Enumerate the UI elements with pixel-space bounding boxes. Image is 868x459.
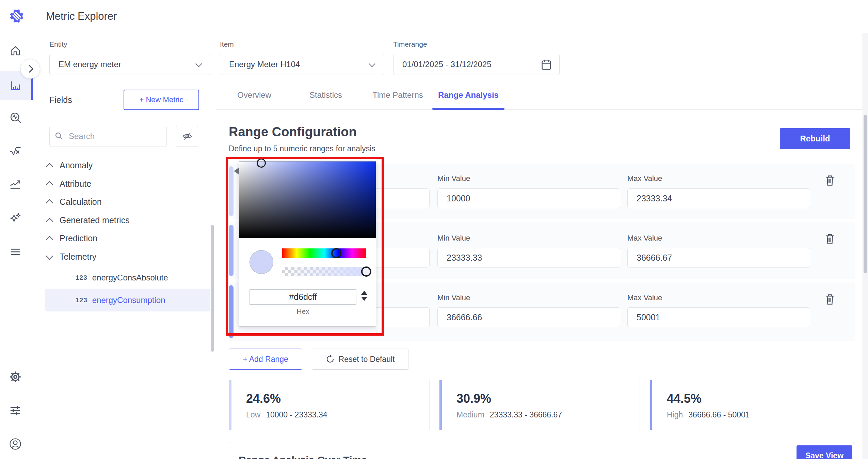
alpha-handle[interactable] <box>361 266 371 277</box>
sidebar-item-home[interactable] <box>9 44 21 57</box>
summary-card-high: 44.5% High 36666.66 - 50001 <box>649 380 850 430</box>
tree-group-attribute[interactable]: Attribute <box>41 175 211 193</box>
new-metric-button[interactable]: + New Metric <box>124 90 199 110</box>
tree-group-label: Calculation <box>60 197 102 207</box>
card-accent-bar <box>439 380 442 430</box>
metric-explorer-screen: Metric Explorer Entity EM energy meter I… <box>0 0 868 459</box>
item-select[interactable]: Energy Meter H104 <box>220 54 384 75</box>
tab-range-analysis[interactable]: Range Analysis <box>432 88 504 103</box>
chevron-right-icon <box>26 65 34 73</box>
app-logo[interactable] <box>8 7 25 25</box>
hue-handle[interactable] <box>331 248 341 258</box>
saturation-handle[interactable] <box>257 158 266 168</box>
step-down-icon <box>361 297 367 301</box>
header-divider <box>33 33 868 33</box>
range-bounds: 36666.66 - 50001 <box>688 410 750 419</box>
tree-group-label: Anomaly <box>60 160 93 170</box>
tab-overview[interactable]: Overview <box>229 88 280 103</box>
delete-range-button[interactable] <box>824 232 836 245</box>
chevron-down-icon <box>369 60 375 67</box>
chevron-up-icon <box>46 199 53 206</box>
tree-group-label: Prediction <box>60 233 97 243</box>
tree-group-label: Telemetry <box>60 252 96 262</box>
active-tab-underline <box>432 108 504 110</box>
max-value-input[interactable]: 36666.67 <box>627 248 810 267</box>
tree-group-telemetry[interactable]: Telemetry <box>41 248 211 265</box>
timerange-picker[interactable]: 01/01/2025 - 31/12/2025 <box>393 54 560 75</box>
color-picker-popup: #d6dcff Hex <box>239 161 376 326</box>
tabstrip-top-divider <box>216 83 868 83</box>
delete-range-button[interactable] <box>824 174 836 187</box>
reset-default-button[interactable]: Reset to Default <box>312 349 408 370</box>
sidebar-expand-button[interactable] <box>20 59 40 79</box>
gear-icon <box>9 371 21 383</box>
max-value-input[interactable]: 23333.34 <box>627 188 810 208</box>
step-up-icon <box>361 291 367 295</box>
tab-time-patterns[interactable]: Time Patterns <box>370 88 426 103</box>
formula-icon <box>9 145 21 157</box>
sliders-icon <box>9 404 21 417</box>
page-scrollbar-thumb[interactable] <box>864 115 867 273</box>
sidebar-item-settings[interactable] <box>9 370 21 383</box>
alpha-slider[interactable] <box>282 267 366 276</box>
card-accent-bar <box>650 380 652 430</box>
hue-slider[interactable] <box>282 248 366 258</box>
bar-chart-icon <box>9 79 21 92</box>
rebuild-button[interactable]: Rebuild <box>780 128 850 149</box>
hex-label: Hex <box>250 307 356 316</box>
tab-statistics[interactable]: Statistics <box>300 88 351 103</box>
max-value-label: Max Value <box>627 234 662 243</box>
list-icon <box>9 246 21 258</box>
trend-icon <box>9 178 21 190</box>
metric-item-energyConsumption[interactable]: 123 energyConsumption <box>45 289 210 311</box>
hide-fields-button[interactable] <box>176 126 198 147</box>
sidebar-item-formula[interactable] <box>9 144 21 157</box>
section-subtitle: Define up to 5 numeric ranges for analys… <box>229 144 375 153</box>
anomaly-search-icon <box>9 112 21 124</box>
section-title: Range Configuration <box>229 125 357 139</box>
panel-divider <box>216 33 216 459</box>
tree-group-prediction[interactable]: Prediction <box>41 229 211 247</box>
search-input[interactable] <box>68 131 162 141</box>
percent-value: 30.9% <box>456 392 491 406</box>
tree-group-label: Attribute <box>60 179 91 189</box>
add-range-button[interactable]: + Add Range <box>229 349 302 370</box>
range-over-time-card: Range Analysis Over Time Save View <box>229 442 855 459</box>
saturation-area[interactable] <box>239 162 376 238</box>
sidebar-item-anomaly-search[interactable] <box>9 111 21 124</box>
tree-group-generated-metrics[interactable]: Generated metrics <box>41 211 211 229</box>
summary-card-low: 24.6% Low 10000 - 23333.34 <box>229 380 430 430</box>
save-view-button[interactable]: Save View <box>797 445 852 459</box>
tree-group-label: Generated metrics <box>60 215 130 225</box>
range-color-strip[interactable] <box>229 225 234 276</box>
sidebar-item-trend[interactable] <box>9 178 21 190</box>
range-color-strip[interactable] <box>229 285 234 338</box>
min-value-label: Min Value <box>437 234 470 243</box>
sidebar-item-preferences[interactable] <box>9 404 21 417</box>
tree-group-calculation[interactable]: Calculation <box>41 193 211 211</box>
hex-input[interactable]: #d6dcff <box>250 289 356 305</box>
max-value-input[interactable]: 50001 <box>627 307 810 327</box>
delete-range-button[interactable] <box>824 293 836 306</box>
entity-select[interactable]: EM energy meter <box>49 54 211 75</box>
metric-item-energyConsAbsolute[interactable]: 123 energyConsAbsolute <box>45 266 210 289</box>
min-value-input[interactable]: 36666.66 <box>437 307 620 327</box>
summary-card-medium: 30.9% Medium 23333.33 - 36666.67 <box>439 380 640 430</box>
tree-group-anomaly[interactable]: Anomaly <box>41 156 211 174</box>
sidebar-item-profile[interactable] <box>9 438 21 450</box>
range-color-strip[interactable] <box>229 166 234 216</box>
hex-stepper[interactable] <box>361 291 367 301</box>
page-title: Metric Explorer <box>46 10 117 22</box>
range-name: Low <box>246 410 260 419</box>
max-value-label: Max Value <box>627 174 662 183</box>
fields-scrollbar[interactable] <box>211 225 214 352</box>
min-value-input[interactable]: 23333.33 <box>437 248 620 267</box>
range-name: Medium <box>456 410 484 419</box>
min-value-input[interactable]: 10000 <box>437 188 620 208</box>
sidebar-item-list[interactable] <box>9 245 21 258</box>
chevron-up-icon <box>46 163 53 170</box>
sidebar-item-ai[interactable] <box>9 212 21 225</box>
item-select-value: Energy Meter H104 <box>229 60 300 69</box>
sidebar-item-metrics[interactable] <box>9 79 21 92</box>
range-name: High <box>667 410 683 419</box>
